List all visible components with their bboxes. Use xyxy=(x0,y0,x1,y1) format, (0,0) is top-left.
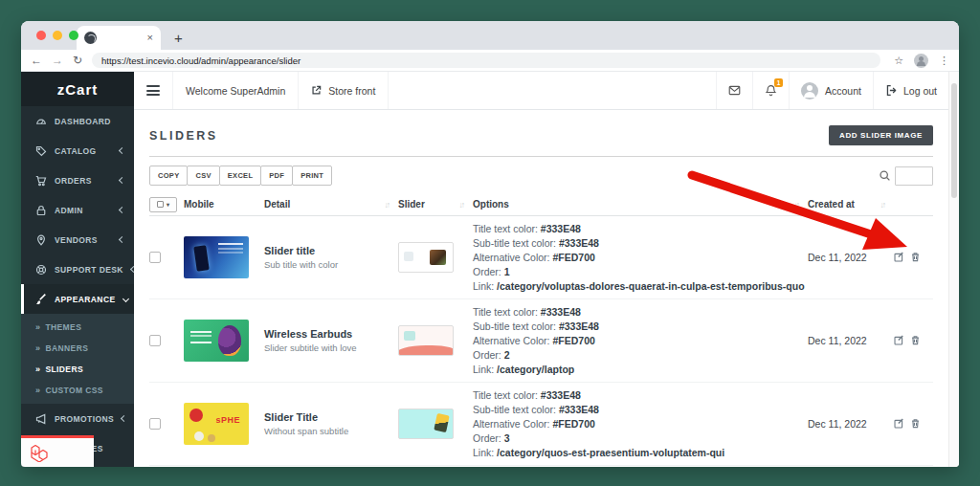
url-bar[interactable]: https://test.incevio.cloud/admin/appeara… xyxy=(92,53,880,68)
notifications-button[interactable]: 1 xyxy=(752,72,789,109)
option-line: Alternative Color: #FED700 xyxy=(473,334,599,347)
back-icon[interactable]: ← xyxy=(31,55,42,66)
select-all-dropdown[interactable]: ▾ xyxy=(149,197,177,212)
sidebar-subitem-custom-css[interactable]: »CUSTOM CSS xyxy=(21,380,134,401)
lock-icon xyxy=(35,205,47,216)
column-label: Created at xyxy=(808,199,855,210)
new-tab-button[interactable]: + xyxy=(174,30,183,46)
store-front-link[interactable]: Store front xyxy=(299,72,389,109)
double-angle-icon: » xyxy=(35,322,40,332)
edit-icon[interactable] xyxy=(894,249,904,266)
option-line: Title text color: #333E48 xyxy=(473,305,599,319)
account-button[interactable]: Account xyxy=(789,72,873,109)
add-slider-image-button[interactable]: ADD SLIDER IMAGE xyxy=(829,125,933,145)
browser-tab[interactable]: × xyxy=(77,26,161,50)
row-actions xyxy=(894,249,921,266)
hamburger-icon xyxy=(146,85,160,96)
created-at: Dec 11, 2022 xyxy=(808,418,867,430)
sort-icon[interactable]: ↓↑ xyxy=(459,200,474,210)
scrollbar-thumb[interactable] xyxy=(951,83,957,198)
minimize-window-button[interactable] xyxy=(53,31,62,40)
column-header-created-at[interactable]: Created at↓↑ xyxy=(808,199,894,210)
maximize-window-button[interactable] xyxy=(69,31,78,40)
envelope-icon xyxy=(728,84,741,97)
trash-icon[interactable] xyxy=(910,249,921,266)
option-line: Title text color: #333E48 xyxy=(473,388,724,402)
print-export-button[interactable]: PRINT xyxy=(292,166,332,186)
slider-subtitle: Without span subtitle xyxy=(264,426,348,436)
search-icon xyxy=(879,169,891,182)
trash-icon[interactable] xyxy=(910,415,921,432)
excel-export-button[interactable]: EXCEL xyxy=(219,166,262,186)
browser-profile-icon[interactable] xyxy=(914,54,928,68)
sidebar-subitem-themes[interactable]: »THEMES xyxy=(21,317,134,338)
row-checkbox[interactable] xyxy=(149,252,161,263)
sidebar-item-appearance[interactable]: APPEARANCE xyxy=(21,284,134,314)
pdf-export-button[interactable]: PDF xyxy=(260,166,293,186)
row-checkbox[interactable] xyxy=(149,335,161,346)
sidebar-item-promotions[interactable]: PROMOTIONS xyxy=(21,404,134,433)
close-window-button[interactable] xyxy=(36,31,46,40)
site-favicon-icon xyxy=(84,32,97,44)
messages-button[interactable] xyxy=(716,72,752,109)
forward-icon[interactable]: → xyxy=(52,55,63,66)
copy-export-button[interactable]: COPY xyxy=(149,166,188,186)
search-input[interactable] xyxy=(895,166,933,186)
tab-close-icon[interactable]: × xyxy=(147,33,153,43)
export-button-group: COPYCSVEXCELPDFPRINT xyxy=(149,166,332,186)
option-line: Link: /category/laptop xyxy=(473,363,599,376)
sidebar-toggle-button[interactable] xyxy=(134,72,173,109)
row-checkbox[interactable] xyxy=(149,418,161,430)
csv-export-button[interactable]: CSV xyxy=(187,166,219,186)
sidebar-subitem-sliders[interactable]: »SLIDERS xyxy=(21,359,134,380)
topbar-right: 1 Account Log out xyxy=(716,72,948,109)
sort-icon[interactable]: ↓↑ xyxy=(794,200,809,210)
sidebar-item-label: ADMIN xyxy=(55,206,112,215)
sidebar-item-catalog[interactable]: CATALOG xyxy=(21,136,134,166)
trash-icon[interactable] xyxy=(910,332,921,349)
window-controls xyxy=(36,31,78,40)
bookmark-star-icon[interactable]: ☆ xyxy=(894,55,903,67)
option-line: Order: 1 xyxy=(473,265,805,278)
slider-detail: Slider TitleWithout span subtitle xyxy=(264,411,348,436)
sidebar-item-label: CATALOG xyxy=(55,146,112,156)
megaphone-icon xyxy=(35,413,47,425)
sort-icon[interactable]: ↓↑ xyxy=(880,200,895,210)
sidebar-item-dashboard[interactable]: DASHBOARD xyxy=(21,106,134,136)
column-header-options[interactable]: Options↓↑ xyxy=(473,199,808,210)
browser-toolbar: ← → ↻ https://test.incevio.cloud/admin/a… xyxy=(21,50,959,72)
sidebar-item-orders[interactable]: ORDERS xyxy=(21,166,134,195)
table-search xyxy=(879,166,933,186)
column-header-detail[interactable]: Detail↓↑ xyxy=(264,199,398,210)
reload-icon[interactable]: ↻ xyxy=(73,55,82,66)
logout-button[interactable]: Log out xyxy=(873,72,948,109)
sidebar-subitem-label: CUSTOM CSS xyxy=(45,386,103,395)
sort-icon[interactable]: ↓↑ xyxy=(385,200,399,210)
mobile-thumbnail-yellow-sale-banner xyxy=(184,403,249,445)
toolbar-right: ☆ ⋮ xyxy=(894,54,949,68)
sidebar-item-label: VENDORS xyxy=(55,235,112,245)
row-actions xyxy=(894,415,921,432)
chevron-down-icon xyxy=(122,296,128,302)
logout-icon xyxy=(885,84,898,97)
sidebar-subitem-label: SLIDERS xyxy=(45,364,83,374)
page-title: SLIDERS xyxy=(149,129,218,143)
laravel-badge[interactable] xyxy=(21,435,94,467)
slider-subtitle: Sub title with color xyxy=(264,259,338,270)
url-text: https://test.incevio.cloud/admin/appeara… xyxy=(101,55,301,66)
column-header-slider[interactable]: Slider↓↑ xyxy=(398,199,473,210)
edit-icon[interactable] xyxy=(894,415,904,432)
column-label: Detail xyxy=(264,199,290,210)
option-line: Link: /category/quos-est-praesentium-vol… xyxy=(473,446,724,459)
sidebar-item-vendors[interactable]: VENDORS xyxy=(21,225,134,254)
app-logo[interactable]: zCart xyxy=(21,72,134,106)
edit-icon[interactable] xyxy=(894,332,904,349)
sidebar-item-support-desk[interactable]: SUPPORT DESK xyxy=(21,254,134,284)
page-scrollbar[interactable] xyxy=(948,72,959,467)
sidebar-item-admin[interactable]: ADMIN xyxy=(21,195,134,225)
option-line: Sub-title text color: #333E48 xyxy=(473,236,805,250)
browser-menu-icon[interactable]: ⋮ xyxy=(939,55,949,67)
option-line: Link: /category/voluptas-dolores-quaerat… xyxy=(473,279,805,293)
sidebar-subitem-banners[interactable]: »BANNERS xyxy=(21,338,134,359)
column-label: Options xyxy=(473,199,509,210)
